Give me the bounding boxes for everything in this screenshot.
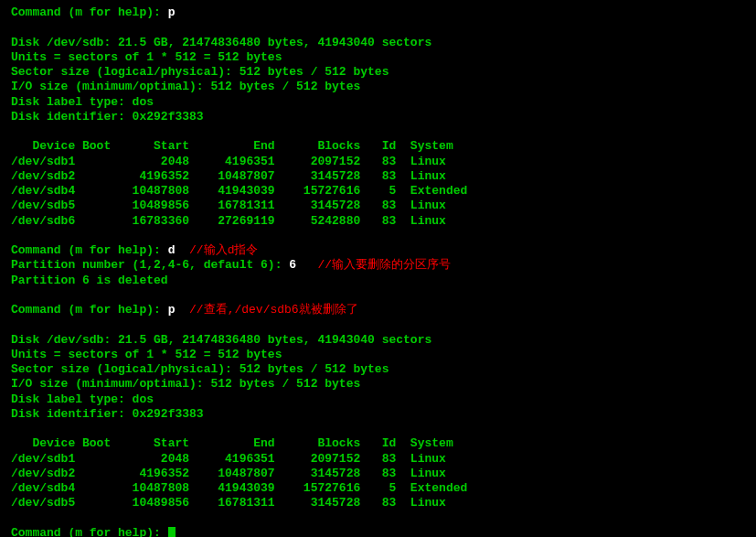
disk-info: Sector size (logical/physical): 512 byte…	[11, 362, 745, 377]
table-row: /dev/sdb5 10489856 16781311 3145728 83 L…	[11, 199, 745, 213]
prompt-label: Command (m for help):	[11, 5, 168, 19]
disk-info: Disk label type: dos	[11, 392, 745, 407]
annotation-text: //输入d指令	[175, 243, 258, 257]
deleted-message: Partition 6 is deleted	[11, 274, 745, 288]
annotation-text: //输入要删除的分区序号	[296, 258, 451, 272]
blank-line	[11, 511, 745, 526]
table-row: /dev/sdb1 2048 4196351 2097152 83 Linux	[11, 155, 745, 169]
blank-line	[11, 124, 745, 139]
disk-info: Disk /dev/sdb: 21.5 GB, 21474836480 byte…	[11, 333, 745, 348]
blank-line	[11, 288, 745, 303]
table-row: /dev/sdb1 2048 4196351 2097152 83 Linux	[11, 452, 745, 467]
table-row: /dev/sdb4 10487808 41943039 15727616 5 E…	[11, 184, 745, 199]
blank-line	[11, 317, 745, 332]
disk-info: Units = sectors of 1 * 512 = 512 bytes	[11, 348, 745, 362]
disk-info: Units = sectors of 1 * 512 = 512 bytes	[11, 50, 745, 65]
table-header: Device Boot Start End Blocks Id System	[11, 139, 745, 154]
disk-info: Disk identifier: 0x292f3383	[11, 407, 745, 422]
table-row: /dev/sdb2 4196352 10487807 3145728 83 Li…	[11, 467, 745, 481]
table-row: /dev/sdb6 16783360 27269119 5242880 83 L…	[11, 214, 745, 229]
disk-info: I/O size (minimum/optimal): 512 bytes / …	[11, 377, 745, 392]
disk-info: Sector size (logical/physical): 512 byte…	[11, 65, 745, 80]
user-input: 6	[289, 258, 296, 272]
prompt-label: Command (m for help):	[11, 243, 168, 257]
blank-line	[11, 422, 745, 436]
partition-prompt: Partition number (1,2,4-6, default 6):	[11, 258, 289, 272]
blank-line	[11, 229, 745, 243]
partition-prompt-line: Partition number (1,2,4-6, default 6): 6…	[11, 258, 745, 273]
disk-info: Disk label type: dos	[11, 95, 745, 110]
command-line: Command (m for help): d //输入d指令	[11, 243, 745, 258]
table-header: Device Boot Start End Blocks Id System	[11, 436, 745, 451]
blank-line	[11, 20, 745, 35]
command-line: Command (m for help): p //查看,/dev/sdb6就被…	[11, 303, 745, 317]
disk-info: Disk identifier: 0x292f3383	[11, 110, 745, 124]
cursor-icon	[168, 527, 176, 537]
command-line[interactable]: Command (m for help):	[11, 526, 745, 537]
table-row: /dev/sdb2 4196352 10487807 3145728 83 Li…	[11, 169, 745, 184]
table-row: /dev/sdb4 10487808 41943039 15727616 5 E…	[11, 481, 745, 496]
user-input: p	[168, 5, 176, 19]
disk-info: I/O size (minimum/optimal): 512 bytes / …	[11, 80, 745, 94]
prompt-label: Command (m for help):	[11, 526, 168, 537]
table-row: /dev/sdb5 10489856 16781311 3145728 83 L…	[11, 496, 745, 510]
annotation-text: //查看,/dev/sdb6就被删除了	[175, 303, 357, 317]
prompt-label: Command (m for help):	[11, 303, 168, 317]
command-line: Command (m for help): p	[11, 5, 745, 20]
disk-info: Disk /dev/sdb: 21.5 GB, 21474836480 byte…	[11, 36, 745, 50]
